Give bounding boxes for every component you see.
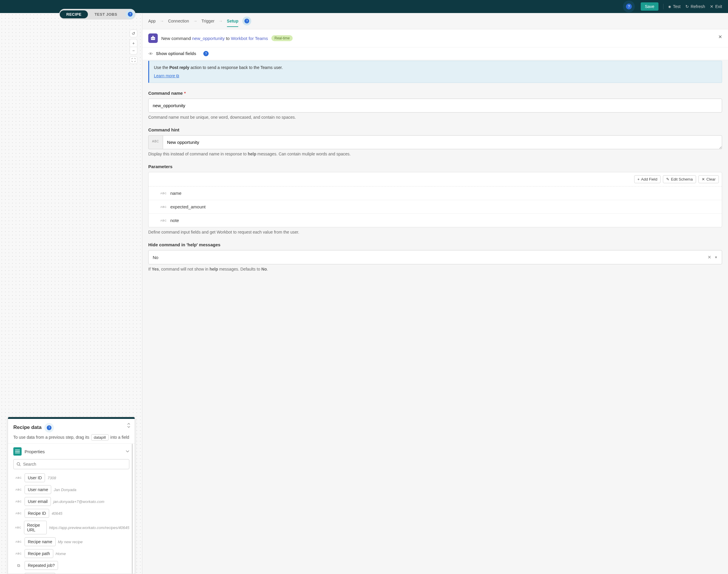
datapill-row[interactable]: ABCUser emailjan.donyada+7@workato.com (13, 497, 129, 506)
datapill-value: Home (56, 551, 66, 556)
datapill-row[interactable]: ABCRecipe ID40645 (13, 509, 129, 518)
fit-button[interactable]: ⛶ (130, 56, 137, 64)
datapill-name[interactable]: User name (25, 485, 51, 494)
svg-point-5 (150, 53, 151, 54)
datapill-value: jan.donyada+7@workato.com (53, 499, 104, 504)
hide-command-select[interactable]: No ✕ ▼ (148, 250, 722, 264)
datapill-row[interactable]: ABCRecipe pathHome (13, 549, 129, 558)
arrow-icon: → (160, 18, 164, 24)
refresh-button[interactable]: ↻ Refresh (685, 4, 705, 9)
test-button[interactable]: ◉ Test (668, 4, 681, 9)
abc-type-tag: ABC (15, 526, 22, 529)
help-icon-steps[interactable]: ? (242, 16, 251, 26)
datapill-name[interactable]: Repeated job? (25, 561, 58, 570)
datapill-row[interactable]: ABCRecipe nameMy new recipe (13, 537, 129, 546)
undo-button[interactable]: ↺ (130, 30, 137, 37)
datapill-row[interactable]: ABCUser ID7308 (13, 474, 129, 482)
datapill-name[interactable]: User email (25, 497, 51, 506)
abc-type-tag: ABC (148, 135, 163, 149)
properties-label: Properties (25, 449, 123, 454)
step-app[interactable]: App (148, 18, 156, 24)
datapill-value: My new recipe (58, 540, 83, 544)
zoom-out-button[interactable]: − (130, 47, 137, 54)
datapill-name[interactable]: Parent job ID (25, 573, 55, 574)
play-icon: ◉ (668, 5, 671, 9)
help-icon-recipe-data[interactable]: ? (44, 423, 54, 433)
recipe-canvas[interactable]: ↺ + − ⛶ Recipe data ? To use data from a… (0, 13, 142, 574)
parameters-box: +Add Field ✎Edit Schema ✕Clear ABCnameAB… (148, 172, 722, 228)
datapill-row[interactable]: ABCRecipe URLhttps://app.preview.workato… (13, 521, 129, 534)
abc-type-tag: ABC (15, 552, 22, 555)
plus-icon: + (637, 177, 640, 181)
step-connection[interactable]: Connection (168, 18, 189, 24)
recipe-data-panel: Recipe data ? To use data from a previou… (8, 417, 135, 574)
save-button[interactable]: Save (641, 2, 658, 11)
clear-icon[interactable]: ✕ (708, 255, 712, 260)
abc-type-tag: ABC (15, 500, 22, 503)
parameters-label: Parameters (148, 164, 722, 169)
close-icon[interactable]: ✕ (718, 34, 722, 40)
datapill-name[interactable]: Recipe name (25, 537, 56, 546)
info-box: Use the Post reply action to send a resp… (148, 61, 722, 83)
recipe-tabs: RECIPE TEST JOBS ? (59, 9, 135, 19)
recipe-data-title: Recipe data (13, 424, 41, 430)
learn-more-link[interactable]: Learn more ⧉ (154, 73, 179, 78)
zoom-in-button[interactable]: + (130, 39, 137, 47)
external-link-icon: ⧉ (176, 73, 179, 78)
search-input[interactable] (23, 462, 126, 466)
datapill-name[interactable]: Recipe ID (25, 509, 49, 518)
exit-button[interactable]: ✕ Exit (710, 4, 722, 9)
datapill-row[interactable]: ABCUser nameJan Donyada (13, 485, 129, 494)
chevron-down-icon[interactable]: ▼ (714, 255, 718, 259)
step-trigger[interactable]: Trigger (202, 18, 215, 24)
step-setup[interactable]: Setup (227, 18, 239, 27)
datapill-value: https://app.preview.workato.com/recipes/… (49, 526, 129, 530)
datapill-name[interactable]: Recipe URL (24, 521, 47, 534)
abc-type-tag: ABC (15, 488, 22, 491)
canvas-controls: ↺ + − ⛶ (130, 30, 137, 64)
collapse-icon[interactable] (127, 423, 130, 428)
help-icon-tabs[interactable]: ? (125, 9, 135, 19)
target-link[interactable]: Workbot for Teams (231, 36, 268, 41)
wizard-steps: App → Connection → Trigger → Setup ? (142, 13, 728, 29)
properties-icon (13, 447, 22, 456)
add-field-button[interactable]: +Add Field (634, 175, 661, 183)
select-value: No (153, 255, 708, 260)
svg-point-3 (154, 38, 155, 39)
x-icon: ✕ (702, 177, 705, 181)
properties-header[interactable]: Properties (13, 447, 129, 456)
edit-schema-button[interactable]: ✎Edit Schema (663, 175, 696, 183)
abc-type-tag: ABC (160, 192, 167, 195)
help-icon-topbar[interactable]: ? (623, 1, 635, 12)
search-input-wrap[interactable] (13, 459, 129, 469)
tab-recipe[interactable]: RECIPE (60, 10, 88, 18)
parameter-row[interactable]: ABCexpected_amount (148, 200, 722, 214)
parameter-name: expected_amount (170, 204, 206, 209)
arrow-icon: → (193, 18, 198, 24)
command-link[interactable]: new_opportunity (192, 36, 225, 41)
command-hint-input[interactable]: New opportunity (163, 135, 722, 149)
abc-type-tag: ABC (15, 512, 22, 515)
datapill-row[interactable]: ABCParent job ID (13, 573, 129, 574)
refresh-icon: ↻ (685, 4, 689, 9)
hide-command-hint: If Yes, command will not show in help me… (148, 267, 722, 272)
help-icon-optional[interactable]: ? (203, 51, 209, 56)
command-name-input[interactable] (148, 98, 722, 113)
parameter-row[interactable]: ABCname (148, 187, 722, 200)
command-name-hint: Command name must be unique, one word, d… (148, 115, 722, 120)
svg-rect-1 (151, 37, 155, 40)
chevron-down-icon (126, 450, 129, 453)
tab-test-jobs[interactable]: TEST JOBS (88, 10, 124, 18)
parameter-row[interactable]: ABCnote (148, 214, 722, 227)
workbot-icon (148, 34, 158, 43)
recipe-data-subtitle: To use data from a previous step, drag i… (13, 434, 129, 441)
datapill-name[interactable]: Recipe path (25, 549, 53, 558)
abc-type-tag: ABC (160, 205, 167, 208)
optional-fields-row[interactable]: Show optional fields ? (142, 47, 728, 60)
svg-rect-4 (153, 36, 154, 37)
datapill-name[interactable]: User ID (25, 474, 45, 482)
datapill-row[interactable]: ⧉Repeated job? (13, 561, 129, 570)
clear-button[interactable]: ✕Clear (698, 175, 719, 183)
optional-fields-label: Show optional fields (156, 51, 196, 56)
parameter-name: name (170, 191, 182, 196)
